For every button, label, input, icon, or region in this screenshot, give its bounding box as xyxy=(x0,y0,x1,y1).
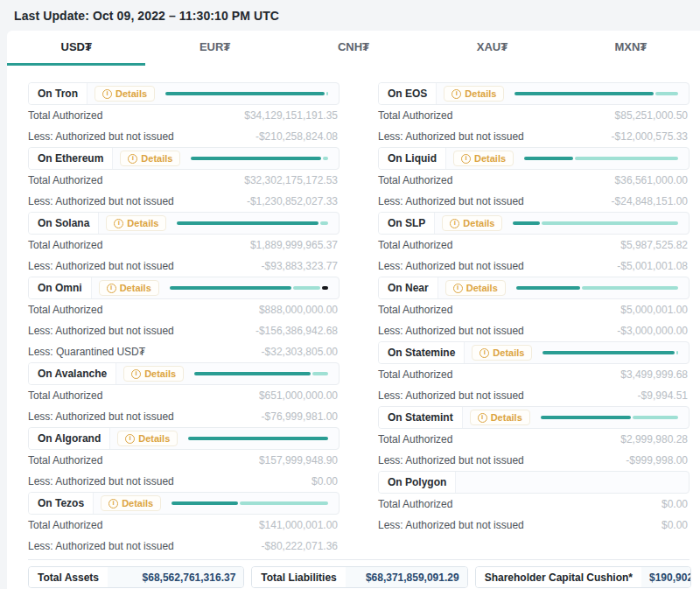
value-row: Less: Authorized but not issued -$210,25… xyxy=(28,126,340,147)
tab-label: EUR₮ xyxy=(200,40,230,53)
bar-segment-not-issued xyxy=(323,157,328,160)
value-row-label: Total Authorized xyxy=(28,109,102,122)
value-row-label: Total Authorized xyxy=(378,109,452,122)
chains-content: On Tron i Details Total Authorized $34,1… xyxy=(7,66,700,557)
total-box-total-liabilities: Total Liabilities $68,371,859,091.29 xyxy=(251,566,467,588)
tab-mxn[interactable]: MXN₮ xyxy=(562,31,700,66)
details-button[interactable]: i Details xyxy=(472,345,532,361)
value-row-label: Less: Authorized but not issued xyxy=(28,260,174,272)
chain-name: On Solana xyxy=(29,213,99,234)
issuance-bar xyxy=(542,351,678,354)
value-row-label: Total Authorized xyxy=(378,433,452,445)
value-row: Total Authorized $1,889,999,965.37 xyxy=(28,235,340,256)
chain-header: On Ethereum i Details xyxy=(28,147,340,170)
value-row: Less: Authorized but not issued -$9,994.… xyxy=(378,385,690,406)
details-button[interactable]: i Details xyxy=(470,410,530,425)
currency-tabs: USD₮EUR₮CNH₮XAU₮MXN₮ xyxy=(7,31,700,66)
value-row: Total Authorized $651,000,000.00 xyxy=(28,385,340,406)
info-icon: i xyxy=(114,219,123,228)
bar-segment-not-issued xyxy=(312,372,328,375)
value-row: Total Authorized $157,999,948.90 xyxy=(28,450,340,471)
details-label: Details xyxy=(116,88,147,99)
chain-card-on-statemint: On Statemint i Details Total Authorized … xyxy=(378,406,690,471)
chain-header: On Solana i Details xyxy=(28,212,340,235)
chain-rows: Total Authorized $3,499,999.68 Less: Aut… xyxy=(378,364,690,406)
value-row: Less: Authorized but not issued -$3,000,… xyxy=(378,320,690,341)
chain-card-on-algorand: On Algorand i Details Total Authorized $… xyxy=(28,427,340,492)
issuance-bar xyxy=(514,92,678,95)
value-row: Total Authorized $888,000,000.00 xyxy=(28,299,340,320)
chain-name: On Ethereum xyxy=(29,148,113,169)
bar-segment-issued xyxy=(165,92,325,95)
total-box-value: $68,371,859,091.29 xyxy=(346,567,467,587)
chain-name: On Omni xyxy=(29,277,92,298)
issuance-bar xyxy=(191,157,328,160)
details-button[interactable]: i Details xyxy=(106,215,166,231)
transparency-panel: USD₮EUR₮CNH₮XAU₮MXN₮ On Tron i Details T… xyxy=(7,31,700,589)
chain-card-on-solana: On Solana i Details Total Authorized $1,… xyxy=(28,212,340,277)
chain-rows: Total Authorized $36,561,000.00 Less: Au… xyxy=(378,170,690,212)
info-icon: i xyxy=(450,219,459,228)
value-row: Total Authorized $5,000,001.00 xyxy=(378,299,690,320)
details-button[interactable]: i Details xyxy=(445,280,506,296)
tab-eur[interactable]: EUR₮ xyxy=(145,31,284,66)
value-row: Less: Authorized but not issued -$5,001,… xyxy=(378,256,690,277)
value-row-label: Less: Authorized but not issued xyxy=(378,454,524,466)
tab-label: CNH₮ xyxy=(338,40,369,53)
value-row-label: Total Authorized xyxy=(28,519,102,531)
value-row: Less: Authorized but not issued $0.00 xyxy=(28,471,340,492)
value-row-amount: -$80,222,071.36 xyxy=(262,540,338,552)
value-row-amount: $0.00 xyxy=(662,519,688,531)
value-row-amount: $1,889,999,965.37 xyxy=(250,239,338,251)
value-row-label: Total Authorized xyxy=(378,174,452,186)
value-row-label: Less: Authorized but not issued xyxy=(378,130,524,143)
value-row-amount: -$3,000,000.00 xyxy=(617,325,688,337)
value-row-label: Less: Authorized but not issued xyxy=(378,519,524,531)
details-label: Details xyxy=(474,153,506,164)
value-row-amount: -$32,303,805.00 xyxy=(262,346,338,358)
bar-segment-quarantined xyxy=(322,286,328,290)
chain-card-on-eos: On EOS i Details Total Authorized $85,25… xyxy=(378,82,690,147)
bar-segment-not-issued xyxy=(320,221,328,225)
chain-rows: Total Authorized $5,987,525.82 Less: Aut… xyxy=(378,235,690,277)
details-button[interactable]: i Details xyxy=(117,431,178,446)
chain-name: On Tron xyxy=(29,83,88,104)
info-icon: i xyxy=(478,413,487,423)
value-row-amount: $888,000,000.00 xyxy=(259,304,338,316)
info-icon: i xyxy=(102,89,112,99)
chain-name: On Avalanche xyxy=(29,363,116,384)
value-row-label: Less: Authorized but not issued xyxy=(28,475,174,487)
value-row: Less: Authorized but not issued -$12,000… xyxy=(378,126,690,147)
chain-rows: Total Authorized $1,889,999,965.37 Less:… xyxy=(28,235,340,277)
details-button[interactable]: i Details xyxy=(94,86,155,102)
value-row-amount: -$1,230,852,027.33 xyxy=(247,195,338,207)
tab-cnh[interactable]: CNH₮ xyxy=(284,31,423,66)
details-button[interactable]: i Details xyxy=(444,86,504,102)
details-label: Details xyxy=(493,347,524,358)
value-row-label: Total Authorized xyxy=(28,239,102,251)
tab-usd[interactable]: USD₮ xyxy=(7,31,145,66)
value-row-label: Total Authorized xyxy=(378,239,452,251)
value-row-amount: $5,000,001.00 xyxy=(620,304,688,316)
value-row: Less: Authorized but not issued -$999,99… xyxy=(378,450,690,471)
bar-segment-issued xyxy=(177,221,318,225)
value-row-amount: $157,999,948.90 xyxy=(259,454,338,466)
issuance-bar xyxy=(541,416,678,419)
chain-card-on-polygon: On Polygon Total Authorized $0.00 Less: … xyxy=(378,471,690,536)
tab-xau[interactable]: XAU₮ xyxy=(423,31,561,66)
details-button[interactable]: i Details xyxy=(99,280,159,296)
value-row-label: Total Authorized xyxy=(28,454,102,466)
issuance-bar xyxy=(170,286,328,290)
value-row: Less: Authorized but not issued -$80,222… xyxy=(28,536,340,557)
details-button[interactable]: i Details xyxy=(123,366,184,382)
value-row-amount: -$24,848,151.00 xyxy=(612,195,688,207)
details-button[interactable]: i Details xyxy=(101,495,161,511)
chain-header: On Omni i Details xyxy=(28,277,340,299)
details-button[interactable]: i Details xyxy=(442,215,502,231)
chain-card-on-statemine: On Statemine i Details Total Authorized … xyxy=(378,341,690,406)
details-button[interactable]: i Details xyxy=(120,151,180,166)
value-row-label: Less: Authorized but not issued xyxy=(28,410,174,423)
chain-rows: Total Authorized $141,000,001.00 Less: A… xyxy=(28,515,340,557)
details-button[interactable]: i Details xyxy=(453,151,514,166)
chain-header: On Polygon xyxy=(378,471,690,494)
